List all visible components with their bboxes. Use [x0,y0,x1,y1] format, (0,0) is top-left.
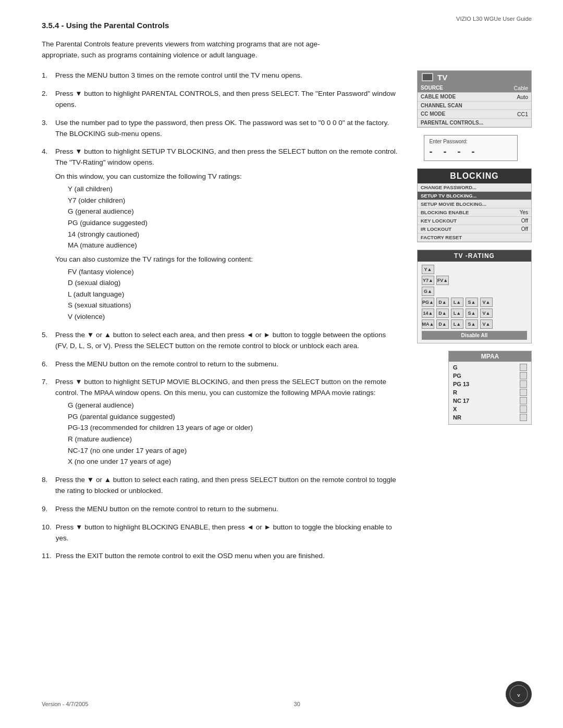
mpaa-pg13-label: PG 13 [453,381,469,387]
rating-row-g: G▲ [422,287,527,296]
step-6: 6. Press the MENU button on the remote c… [42,359,399,370]
factoryreset-label: FACTORY RESET [421,235,462,240]
rating-row-pg: PG▲ D▲ L▲ S▲ V▲ [422,298,527,307]
step-7-text: Press ▼ button to highlight SETUP MOVIE … [55,377,399,399]
rating-cell-pg-v[interactable]: V▲ [480,298,493,307]
step-5-num: 5. [42,330,51,352]
mpaa-pg: PG (parental guidance suggested) [68,411,399,423]
mpaa-pg13-checkbox[interactable] [520,380,527,388]
rating-cell-fv[interactable]: FV▲ [436,276,449,285]
rating-cell-14-v[interactable]: V▲ [480,309,493,318]
tv-menu-widget: TV SOURCE Cable CABLE MODE Auto CHANNEL … [417,70,532,128]
password-label: Enter Password: [430,139,512,144]
mpaa-nr-label: NR [453,414,461,421]
step-4-num: 4. [42,146,51,322]
rating-ma: MA (mature audience) [68,240,399,251]
mpaa-row-x: X [453,405,527,413]
rating-cell-pg[interactable]: PG▲ [422,298,434,307]
blocking-row-keylockout: KEY LOCKOUT Off [418,217,531,225]
rating-cell-ma-d[interactable]: D▲ [436,319,449,329]
tv-menu-row-ccmode: CC MODE CC1 [418,110,531,119]
content-ratings-label: You can also customize the TV ratings fo… [55,254,399,265]
rating-cell-pg-s[interactable]: S▲ [466,298,478,307]
widget-column: TV SOURCE Cable CABLE MODE Auto CHANNEL … [409,70,532,570]
content-v: V (violence) [68,311,399,323]
step-10: 10. Press ▼ button to highlight BLOCKING… [42,522,399,544]
step-11-body: Press the EXIT button the remote control… [56,551,399,562]
ccmode-val: CC1 [517,111,528,117]
tv-rating-title: TV -RATING [418,250,531,262]
step-3-num: 3. [42,118,51,140]
rating-cell-y[interactable]: Y▲ [422,265,434,274]
rating-cell-ma-v[interactable]: V▲ [480,319,493,329]
irlockout-val: Off [521,226,528,232]
step-10-num: 10. [42,522,52,544]
rating-cell-14-s[interactable]: S▲ [466,309,478,318]
mpaa-nc17-checkbox[interactable] [520,397,527,404]
mpaa-r-checkbox[interactable] [520,389,527,396]
mpaa-pg-checkbox[interactable] [520,372,527,379]
svg-text:V: V [517,693,520,698]
mpaa-row-pg13: PG 13 [453,380,527,388]
mpaa-widget: MPAA G PG PG 13 R [448,351,532,425]
mpaa-nr-checkbox[interactable] [520,414,527,421]
mpaa-g-checkbox[interactable] [520,364,527,371]
rating-y7: Y7 (older children) [68,195,399,206]
mpaa-x: X (no one under 17 years of age) [68,456,399,467]
step-11: 11. Press the EXIT button the remote con… [42,551,399,562]
step-5: 5. Press the ▼ or ▲ button to select eac… [42,330,399,352]
content-ratings-list: FV (fantasy violence) D (sexual dialog) … [68,266,399,323]
rating-row-ma: MA▲ D▲ L▲ S▲ V▲ [422,319,527,329]
source-val: Cable [514,85,528,91]
rating-row-14: 14▲ D▲ L▲ S▲ V▲ [422,309,527,318]
mpaa-row-pg: PG [453,372,527,379]
rating-cell-ma[interactable]: MA▲ [422,319,434,329]
content-fv: FV (fantasy violence) [68,266,399,278]
mpaa-body: G PG PG 13 R [449,362,531,424]
step-1-body: Press the MENU button 3 times on the rem… [55,70,399,81]
blocking-row-setuptvblocking: SETUP TV BLOCKING... [418,192,531,200]
step-1: 1. Press the MENU button 3 times on the … [42,70,399,81]
rating-cell-14-d[interactable]: D▲ [436,309,449,318]
content-s: S (sexual situations) [68,300,399,311]
step-4-body: Press ▼ button to highlight SETUP TV BLO… [55,146,399,322]
step-7-body: Press ▼ button to highlight SETUP MOVIE … [55,377,399,467]
mpaa-nc17-label: NC 17 [453,398,469,404]
rating-cell-14-l[interactable]: L▲ [451,309,463,318]
parental-label: PARENTAL CONTROLS... [421,120,483,126]
step-6-num: 6. [42,359,51,370]
step-9-body: Press the MENU button on the remote cont… [55,504,399,515]
password-widget: Enter Password: - - - - [424,135,518,161]
mpaa-x-checkbox[interactable] [520,405,527,413]
blocking-row-factoryreset: FACTORY RESET [418,233,531,242]
setuptvblocking-label: SETUP TV BLOCKING... [421,193,477,199]
cablemode-label: CABLE MODE [421,94,456,100]
changepw-label: CHANGE PASSWORD... [421,184,476,190]
header-title: VIZIO L30 WGUe User Guide [456,16,532,22]
step-3-body: Use the number pad to type the password,… [55,118,399,140]
disable-all-button[interactable]: Disable All [422,331,527,340]
tv-menu-title-text: TV [437,73,447,82]
mpaa-row-g: G [453,364,527,371]
tv-rating-body: Y▲ Y7▲ FV▲ G▲ PG▲ D▲ L▲ [418,262,531,343]
step-5-body: Press the ▼ or ▲ button to select each a… [55,330,399,352]
blocking-row-setupmovieblocking: SETUP MOVIE BLOCKING... [418,200,531,208]
mpaa-pg-label: PG [453,373,461,379]
rating-cell-y7[interactable]: Y7▲ [422,276,434,285]
tv-menu-title: TV [418,71,531,84]
blockingenable-label: BLOCKING ENABLE [421,209,469,215]
rating-cell-ma-l[interactable]: L▲ [451,319,463,329]
rating-cell-pg-d[interactable]: D▲ [436,298,449,307]
rating-cell-g[interactable]: G▲ [422,287,434,296]
mpaa-r: R (mature audience) [68,434,399,445]
mpaa-nc17: NC-17 (no one under 17 years of age) [68,445,399,456]
channelscan-label: CHANNEL SCAN [421,103,462,108]
rating-cell-ma-s[interactable]: S▲ [466,319,478,329]
rating-cell-pg-l[interactable]: L▲ [451,298,463,307]
rating-cell-14[interactable]: 14▲ [422,309,434,318]
footer-version: Version - 4/7/2005 [42,701,88,707]
blocking-widget: BLOCKING CHANGE PASSWORD... SETUP TV BLO… [417,168,532,242]
mpaa-g-label: G [453,364,458,371]
step-9-num: 9. [42,504,51,515]
step-11-num: 11. [42,551,52,562]
